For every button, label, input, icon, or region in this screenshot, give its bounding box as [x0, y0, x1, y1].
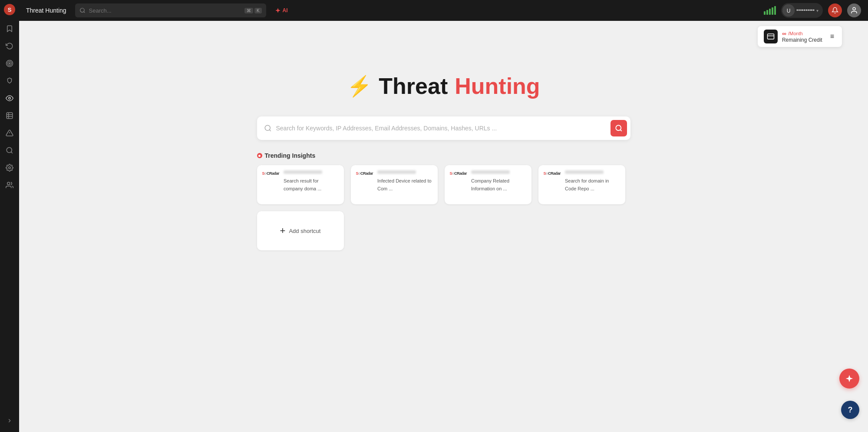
- svg-point-16: [80, 8, 84, 12]
- svg-point-23: [265, 125, 270, 130]
- svg-point-5: [9, 97, 11, 100]
- main-search-input[interactable]: [276, 125, 606, 132]
- sidebar-item-threat[interactable]: [2, 73, 17, 89]
- svg-line-13: [11, 152, 12, 153]
- svg-point-12: [7, 147, 12, 153]
- search-btn-icon: [615, 124, 623, 132]
- card-title-blurred-2: [377, 170, 416, 174]
- svg-text:S: S: [8, 7, 12, 13]
- add-shortcut-label: Add shortcut: [289, 228, 320, 234]
- main-search-button[interactable]: [611, 120, 627, 136]
- user-menu[interactable]: U •••••••••• ▾: [781, 3, 823, 18]
- sidebar-item-users[interactable]: [2, 177, 17, 193]
- svg-point-14: [9, 167, 11, 169]
- cards-row: S○CRadar Search result for company doma …: [257, 165, 630, 204]
- ai-icon: [275, 7, 281, 13]
- trending-card-4[interactable]: S○CRadar Search for domain in Code Repo …: [538, 165, 625, 204]
- sidebar-item-settings[interactable]: [2, 160, 17, 176]
- help-button[interactable]: ?: [841, 401, 859, 419]
- infinity-icon: ∞: [782, 30, 786, 37]
- sidebar-item-alert[interactable]: [2, 125, 17, 141]
- card-title-blurred-1: [284, 170, 322, 174]
- help-icon: ?: [848, 405, 853, 415]
- lightning-icon: ⚡: [347, 74, 372, 98]
- main-content: Threat Hunting ⌘ K AI: [19, 0, 868, 432]
- trending-card-1[interactable]: S○CRadar Search result for company doma …: [257, 165, 344, 204]
- sidebar-item-eye[interactable]: [2, 90, 17, 106]
- svg-point-25: [616, 125, 621, 130]
- sidebar-item-target[interactable]: [2, 56, 17, 71]
- card-logo-3: S○CRadar: [450, 171, 467, 176]
- app-logo[interactable]: S: [3, 3, 16, 16]
- svg-text:U: U: [787, 8, 791, 14]
- sidebar: S: [0, 0, 19, 432]
- svg-line-17: [83, 12, 85, 13]
- hero-title: ⚡ Threat Hunting: [347, 73, 540, 99]
- card-desc-2: Infected Device related to Com ...: [377, 178, 432, 191]
- hero-section: ⚡ Threat Hunting Trending Insights: [19, 21, 868, 257]
- topbar-title: Threat Hunting: [26, 7, 66, 14]
- trending-header: Trending Insights: [257, 152, 630, 159]
- hero-title-threat: Threat: [379, 73, 448, 99]
- topbar-search-icon: [79, 7, 86, 13]
- search-shortcut: ⌘ K: [244, 8, 262, 13]
- main-search-icon: [264, 124, 272, 132]
- svg-rect-21: [767, 34, 774, 39]
- svg-line-26: [620, 130, 621, 131]
- main-search-box[interactable]: [257, 116, 630, 140]
- fab-icon: [845, 374, 854, 383]
- sidebar-item-bookmark[interactable]: [2, 21, 17, 37]
- card-logo-4: S○CRadar: [544, 171, 561, 176]
- svg-point-20: [853, 7, 855, 10]
- topbar-right: U •••••••••• ▾: [764, 3, 861, 18]
- credit-icon: [764, 30, 778, 43]
- sidebar-item-search[interactable]: [2, 143, 17, 158]
- svg-rect-6: [7, 113, 13, 119]
- card-title-blurred-3: [471, 170, 510, 174]
- trending-label: Trending Insights: [265, 152, 316, 159]
- svg-point-4: [9, 63, 10, 64]
- topbar-search[interactable]: ⌘ K: [75, 3, 266, 17]
- card-logo-1: S○CRadar: [262, 171, 279, 176]
- trending-card-3[interactable]: S○CRadar Company Related Information on …: [445, 165, 531, 204]
- credit-menu-button[interactable]: ≡: [828, 31, 836, 42]
- chevron-down-icon: ▾: [816, 8, 818, 13]
- avatar: U: [782, 4, 795, 17]
- credit-label: Remaining Credit: [782, 37, 822, 43]
- card-desc-3: Company Related Information on ...: [471, 178, 509, 191]
- ai-button[interactable]: AI: [271, 6, 291, 15]
- per-month-label: /Month: [788, 31, 803, 36]
- user-name: ••••••••••: [796, 7, 815, 13]
- add-shortcut-button[interactable]: + Add shortcut: [257, 211, 344, 250]
- fab-button[interactable]: [839, 369, 859, 389]
- svg-point-15: [7, 182, 10, 185]
- svg-point-3: [8, 62, 12, 66]
- card-desc-1: Search result for company doma ...: [284, 178, 321, 191]
- credit-bar: ∞ /Month Remaining Credit ≡: [758, 26, 842, 47]
- content-area: ∞ /Month Remaining Credit ≡ ⚡ Threat Hun…: [19, 21, 868, 432]
- credit-info: ∞ /Month Remaining Credit: [782, 30, 822, 43]
- card-desc-4: Search for domain in Code Repo ...: [565, 178, 609, 191]
- sidebar-item-table[interactable]: [2, 108, 17, 123]
- signal-bars: [764, 6, 776, 15]
- trending-dot-icon: [257, 153, 262, 158]
- sidebar-item-refresh[interactable]: [2, 38, 17, 54]
- svg-line-24: [269, 130, 271, 131]
- shortcuts-row: + Add shortcut: [257, 211, 630, 250]
- trending-card-2[interactable]: S○CRadar Infected Device related to Com …: [351, 165, 438, 204]
- card-title-blurred-4: [565, 170, 604, 174]
- sidebar-bottom: [2, 413, 17, 429]
- plus-icon: +: [280, 225, 286, 236]
- user-avatar-small[interactable]: [847, 3, 861, 17]
- notification-icon[interactable]: [828, 3, 842, 17]
- topbar: Threat Hunting ⌘ K AI: [19, 0, 868, 21]
- hero-title-hunting: Hunting: [455, 73, 540, 99]
- topbar-search-input[interactable]: [89, 7, 241, 14]
- card-logo-2: S○CRadar: [356, 171, 373, 176]
- sidebar-expand-btn[interactable]: [2, 413, 17, 429]
- trending-section: Trending Insights S○CRadar Search result…: [257, 152, 630, 257]
